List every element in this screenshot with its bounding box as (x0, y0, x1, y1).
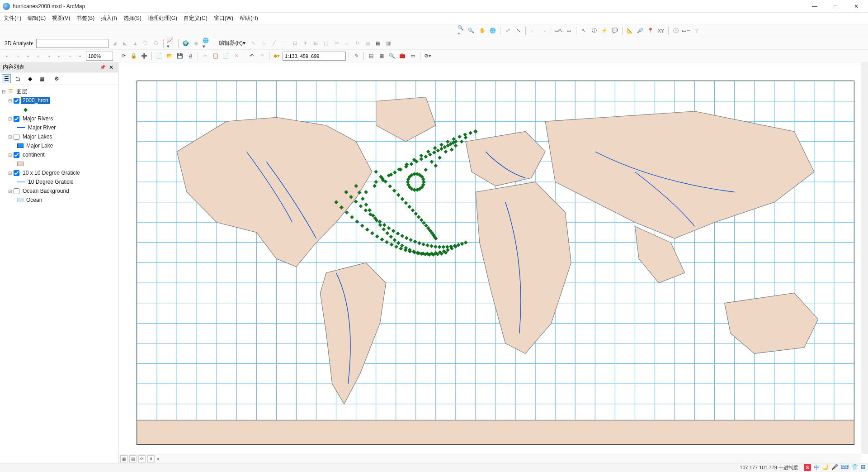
find-route-icon[interactable]: 📍 (646, 26, 655, 35)
add-data-icon[interactable]: ➕ (140, 52, 149, 61)
model-builder-icon[interactable]: ⚙▾ (423, 52, 432, 61)
paste-icon[interactable]: ▫ (65, 52, 74, 61)
options-icon[interactable]: 🌐▾ (202, 39, 211, 48)
editor-toolbar-icon[interactable]: ✎ (352, 52, 361, 61)
ime-menu-icon[interactable]: ⊞ (861, 464, 865, 472)
minimize-button[interactable]: — (808, 2, 821, 11)
map-canvas[interactable] (137, 81, 854, 444)
select-features-icon[interactable]: ▭↖ (554, 26, 563, 35)
zoom-percent-combo[interactable]: 100% (86, 52, 113, 61)
layer-graticle[interactable]: ⊟ 10 x 10 Degree Graticle (1, 168, 117, 177)
fixed-zoom-in-icon[interactable]: ⤢ (503, 26, 512, 35)
sketch-properties-icon[interactable]: ▦ (373, 39, 382, 48)
add-data-plus-icon[interactable]: ◆▾ (272, 52, 281, 61)
layer-major-rivers[interactable]: ⊟ Major Rivers (1, 114, 117, 123)
editor-label[interactable]: 编辑器(R)▾ (217, 39, 247, 47)
full-extent-icon[interactable]: 🌐 (488, 26, 497, 35)
maximize-button[interactable]: □ (829, 2, 842, 11)
print-icon[interactable]: ▫ (34, 52, 43, 61)
new-mxd-icon[interactable]: ▫ (3, 52, 12, 61)
layer-checkbox[interactable] (14, 188, 19, 194)
expand-icon[interactable]: ⊟ (7, 116, 13, 121)
analyst-layer-combo[interactable] (36, 39, 108, 48)
ime-skin-icon[interactable]: 👕 (851, 464, 858, 472)
analyst-label[interactable]: 3D Analyst▾ (3, 40, 35, 47)
menu-selection[interactable]: 选择(S) (123, 14, 142, 22)
python-icon[interactable]: ▭ (408, 52, 417, 61)
ime-sogou-icon[interactable]: S (804, 464, 811, 471)
toc-list-by-visibility-icon[interactable]: ◆ (25, 74, 34, 83)
toc-close-icon[interactable]: ✕ (107, 64, 115, 71)
refresh-icon[interactable]: ⟳ (119, 52, 128, 61)
menu-window[interactable]: 窗口(W) (214, 14, 233, 22)
layer-checkbox[interactable] (14, 134, 19, 140)
menu-file[interactable]: 文件(F) (4, 14, 21, 22)
layer-label[interactable]: 10 x 10 Degree Graticle (21, 169, 81, 176)
ime-lang-icon[interactable]: 中 (814, 464, 819, 472)
arctoolbox-icon[interactable]: 🧰 (398, 52, 407, 61)
find-icon[interactable]: 🔎 (636, 26, 645, 35)
cut-icon[interactable]: ▫ (44, 52, 53, 61)
undo-icon[interactable]: ↶ (247, 52, 256, 61)
menu-help[interactable]: 帮助(H) (240, 14, 258, 22)
toc-icon[interactable]: ▤ (367, 52, 376, 61)
time-slider-icon[interactable]: 🕓 (671, 26, 680, 35)
zoom-out-icon[interactable]: 🔍- (467, 26, 476, 35)
toc-list-by-selection-icon[interactable]: ▦ (37, 74, 46, 83)
data-view-button[interactable]: ▦ (120, 455, 127, 462)
help-icon[interactable]: ? (692, 26, 701, 35)
layer-continent[interactable]: ⊟ continent (1, 150, 117, 159)
layer-major-lakes[interactable]: ⊟ Major Lakes (1, 132, 117, 141)
print-doc-icon[interactable]: 🖨 (186, 52, 195, 61)
new-doc-icon[interactable]: 📄 (155, 52, 164, 61)
map-view[interactable]: ▦ ▤ ⟳ ⏸ ◂ (118, 62, 868, 463)
pan-icon[interactable]: ✋ (478, 26, 487, 35)
ime-mic-icon[interactable]: 🎤 (831, 464, 838, 472)
open-icon[interactable]: ▫ (13, 52, 22, 61)
graph-icon[interactable]: 📈▾ (166, 39, 175, 48)
html-popup-icon[interactable]: 💬 (610, 26, 619, 35)
ime-keyboard-icon[interactable]: ⌨ (841, 464, 849, 472)
expand-icon[interactable]: ⊟ (7, 171, 13, 176)
expand-icon[interactable]: ⊟ (7, 153, 13, 157)
create-viewer-icon[interactable]: ▭→ (682, 26, 691, 35)
measure-icon[interactable]: 📐 (625, 26, 634, 35)
pause-drawing-button[interactable]: ⏸ (147, 455, 155, 462)
map-scale-input[interactable] (283, 52, 346, 61)
open-folder-icon[interactable]: 📂 (165, 52, 174, 61)
save-doc-icon[interactable]: 💾 (175, 52, 184, 61)
menu-view[interactable]: 视图(V) (52, 14, 70, 22)
toc-root-row[interactable]: ⊟ ☰ 图层 (1, 87, 117, 96)
expand-icon[interactable]: ⊟ (7, 189, 13, 194)
select-elements-icon[interactable]: ↖ (579, 26, 588, 35)
clear-selection-icon[interactable]: ▭ (564, 26, 573, 35)
menu-insert[interactable]: 插入(I) (101, 14, 117, 22)
layer-label[interactable]: continent (21, 151, 46, 158)
globe-icon[interactable]: 🌍 (181, 39, 190, 48)
catalog-icon[interactable]: ▦ (377, 52, 386, 61)
layer-ocean[interactable]: ⊟ Ocean Background (1, 186, 117, 195)
lock-icon[interactable]: 🔒 (129, 52, 138, 61)
menu-customize[interactable]: 自定义(C) (184, 14, 208, 22)
forward-icon[interactable]: → (539, 26, 548, 35)
expand-icon[interactable]: ⊟ (1, 89, 6, 94)
identify-icon[interactable]: ⓘ (590, 26, 599, 35)
close-button[interactable]: ✕ (850, 2, 863, 11)
vertical-scrollbar[interactable] (861, 62, 868, 454)
ime-moon-icon[interactable]: 🌙 (822, 464, 829, 472)
layer-checkbox[interactable] (14, 152, 19, 158)
create-features-icon[interactable]: ▥ (384, 39, 393, 48)
menu-geoprocessing[interactable]: 地理处理(G) (148, 14, 177, 22)
layer-label[interactable]: Major Rivers (21, 115, 54, 122)
layout-view-button[interactable]: ▤ (129, 455, 137, 462)
layer-checkbox[interactable] (14, 98, 19, 104)
expand-icon[interactable]: ⊟ (7, 98, 13, 103)
layer-checkbox[interactable] (14, 116, 19, 122)
back-icon[interactable]: ← (528, 26, 538, 35)
layer-label[interactable]: 2000_hrcn (21, 97, 50, 104)
search-window-icon[interactable]: 🔍 (387, 52, 396, 61)
toc-list-by-drawing-icon[interactable]: ☰ (2, 74, 11, 83)
zoom-in-icon[interactable]: 🔍+ (457, 26, 466, 35)
menu-bookmarks[interactable]: 书签(B) (76, 14, 94, 22)
delete-icon[interactable]: ▫ (75, 52, 85, 61)
